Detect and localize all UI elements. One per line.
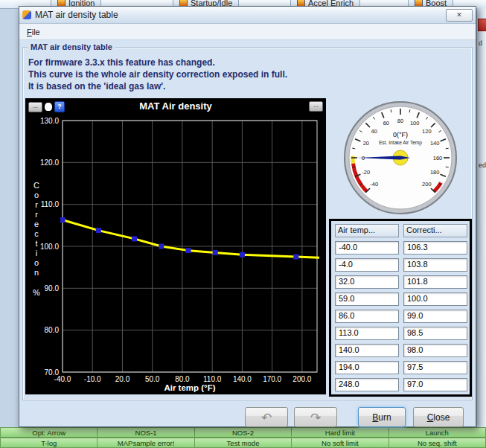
intake-air-temp-gauge: -40-200204060801001201401601802000(°F)Es… xyxy=(335,98,466,216)
svg-text:70.0: 70.0 xyxy=(45,368,60,377)
svg-text:r: r xyxy=(35,200,38,209)
svg-text:80.0: 80.0 xyxy=(45,326,60,334)
table-value-cell[interactable]: 140.0 xyxy=(335,344,399,357)
svg-text:80.0: 80.0 xyxy=(175,375,190,383)
table-value-cell[interactable]: 97.5 xyxy=(403,361,467,374)
table-value-cell[interactable]: 103.8 xyxy=(403,258,467,272)
svg-text:120: 120 xyxy=(422,128,432,135)
clipped-text-fragment: ed xyxy=(479,161,486,169)
table-value-cell[interactable]: -40.0 xyxy=(335,241,399,255)
svg-text:110.0: 110.0 xyxy=(41,200,60,208)
svg-text:t: t xyxy=(35,239,37,248)
column-header-correction: Correcti... xyxy=(403,224,467,237)
status-indicator: No seq. shift xyxy=(389,438,486,448)
column-header-airtemp: Air temp... xyxy=(335,224,399,237)
status-indicator-row-2: T-logMAPsample error!Test modeNo soft li… xyxy=(0,438,486,448)
svg-text:140: 140 xyxy=(430,140,440,147)
svg-text:Air temp (°F): Air temp (°F) xyxy=(164,383,215,392)
status-indicator: Opt: Arrow xyxy=(0,427,97,438)
svg-text:20.0: 20.0 xyxy=(115,375,130,383)
status-indicator: NOS-2 xyxy=(195,427,292,438)
svg-text:200.0: 200.0 xyxy=(292,375,311,383)
groupbox-title: MAT air density table xyxy=(28,42,115,51)
svg-text:50.0: 50.0 xyxy=(145,375,160,383)
gauge-panel: -40-200204060801001201401601802000(°F)Es… xyxy=(329,98,472,216)
table-value-cell[interactable]: 97.0 xyxy=(403,378,467,391)
svg-text:20: 20 xyxy=(363,140,369,147)
status-indicator: Launch xyxy=(389,427,486,438)
mat-groupbox: MAT air density table For firmware 3.3.x… xyxy=(22,47,473,400)
red-indicator-block xyxy=(478,19,486,31)
menu-item-file[interactable]: File xyxy=(19,26,48,38)
svg-text:80: 80 xyxy=(397,118,403,124)
status-indicator: No soft limit xyxy=(292,438,389,448)
svg-text:o: o xyxy=(34,191,39,199)
close-icon[interactable]: ✕ xyxy=(446,9,473,22)
mat-curve-plot[interactable]: -40.0-10.020.050.080.0110.0140.0170.0200… xyxy=(25,115,326,394)
table-value-cell[interactable]: 101.8 xyxy=(403,275,467,289)
mat-air-density-dialog: MAT air density table ✕ File MAT air den… xyxy=(19,6,476,427)
table-value-cell[interactable]: 59.0 xyxy=(335,292,399,306)
table-value-cell[interactable]: 106.3 xyxy=(403,241,467,255)
chart-table-options-button[interactable]: ... xyxy=(309,101,323,112)
svg-text:e: e xyxy=(34,220,39,228)
svg-text:-20: -20 xyxy=(362,169,370,176)
svg-text:140.0: 140.0 xyxy=(233,375,252,383)
svg-text:0(°F): 0(°F) xyxy=(393,131,408,138)
status-indicator: Test mode xyxy=(195,438,292,448)
svg-text:%: % xyxy=(33,288,40,297)
window-icon xyxy=(22,10,31,19)
table-value-cell[interactable]: 194.0 xyxy=(335,361,399,374)
svg-text:130.0: 130.0 xyxy=(40,117,59,125)
curve-chart-panel: ... ? MAT Air density ... -40.0-10.020.0… xyxy=(25,98,326,394)
svg-text:170.0: 170.0 xyxy=(263,375,281,383)
table-value-cell[interactable]: 100.0 xyxy=(403,292,467,306)
table-value-cell[interactable]: 248.0 xyxy=(335,378,399,391)
redo-button[interactable]: ↷ xyxy=(294,407,337,427)
svg-text:-10.0: -10.0 xyxy=(84,375,101,383)
svg-text:-40: -40 xyxy=(370,181,378,188)
svg-text:200: 200 xyxy=(422,181,432,188)
status-indicator: MAPsample error! xyxy=(97,438,194,448)
right-edge-strip: d ed xyxy=(476,8,486,427)
dialog-button-row: ↶ ↷ Burn Close xyxy=(22,407,473,427)
table-value-cell[interactable]: 98.5 xyxy=(403,327,467,340)
status-indicator: NOS-1 xyxy=(97,427,194,438)
svg-text:180: 180 xyxy=(430,169,440,176)
close-button[interactable]: Close xyxy=(413,407,464,427)
svg-text:-40.0: -40.0 xyxy=(54,375,71,383)
dialog-title: MAT air density table xyxy=(35,10,442,20)
curve-value-table: Air temp... Correcti... -40.0106.3-4.010… xyxy=(329,219,472,397)
svg-text:40: 40 xyxy=(371,128,377,135)
table-value-cell[interactable]: 32.0 xyxy=(335,275,399,289)
svg-text:i: i xyxy=(36,249,37,257)
status-indicator: T-log xyxy=(0,438,97,448)
table-value-cell[interactable]: 113.0 xyxy=(335,327,399,340)
burn-button[interactable]: Burn xyxy=(358,407,406,427)
description-line: For firmware 3.3.x this feature has chan… xyxy=(25,57,470,68)
table-value-cell[interactable]: -4.0 xyxy=(335,258,399,272)
svg-text:60: 60 xyxy=(383,120,389,127)
svg-text:n: n xyxy=(34,268,39,277)
svg-text:C: C xyxy=(33,181,39,190)
table-value-cell[interactable]: 99.0 xyxy=(403,310,467,323)
status-indicator: Hard limit xyxy=(292,427,389,438)
dialog-body: MAT air density table For firmware 3.3.x… xyxy=(19,39,476,426)
clipped-text-fragment: d xyxy=(479,39,486,47)
svg-text:o: o xyxy=(34,258,39,267)
svg-text:120.0: 120.0 xyxy=(40,159,59,167)
svg-text:100.0: 100.0 xyxy=(40,243,59,251)
table-value-cell[interactable]: 86.0 xyxy=(335,310,399,323)
svg-text:160: 160 xyxy=(433,155,443,161)
svg-text:100: 100 xyxy=(410,120,420,127)
description-line: This curve is the whole air density corr… xyxy=(25,68,470,80)
undo-button[interactable]: ↶ xyxy=(245,407,288,427)
svg-text:Est. Intake Air Temp: Est. Intake Air Temp xyxy=(379,140,422,146)
dialog-title-bar[interactable]: MAT air density table ✕ xyxy=(19,7,476,24)
svg-text:110.0: 110.0 xyxy=(203,375,222,383)
chart-title: MAT Air density xyxy=(25,100,326,112)
table-value-cell[interactable]: 98.0 xyxy=(403,344,467,357)
svg-text:c: c xyxy=(34,229,39,238)
status-indicator-row-1: Opt: ArrowNOS-1NOS-2Hard limitLaunch xyxy=(0,427,486,438)
description-line: It is based on the 'ideal gas law'. xyxy=(25,80,470,92)
